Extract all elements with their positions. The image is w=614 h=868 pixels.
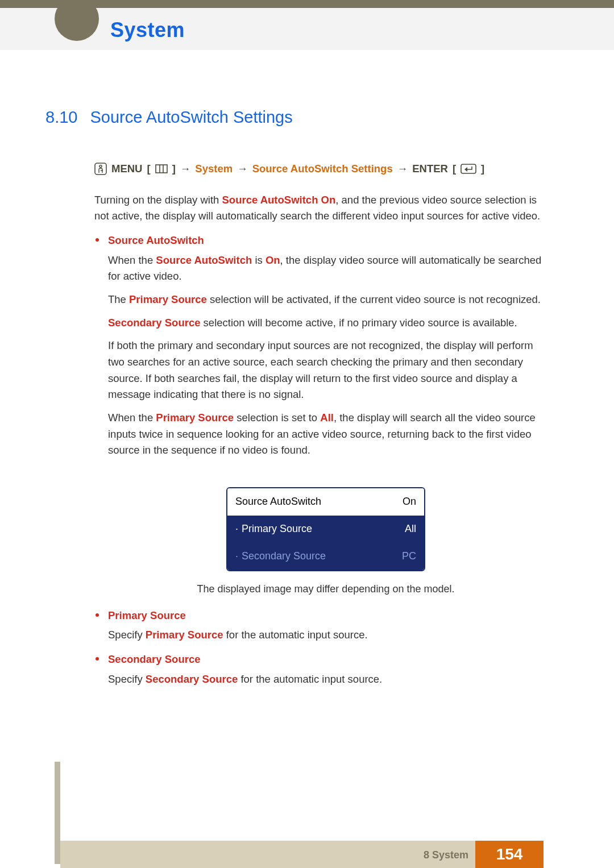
osd-label: ·Primary Source [235, 521, 312, 537]
text: When the [108, 254, 156, 266]
bracket-open: [ [453, 161, 456, 177]
osd-value: PC [402, 549, 416, 564]
enter-label: ENTER [412, 161, 448, 177]
chapter-title: System [110, 18, 185, 42]
page-number: 154 [475, 841, 544, 868]
text: selection will be activated, if the curr… [207, 293, 541, 305]
item-title-primary-source: Primary Source [108, 608, 544, 624]
osd-figure: Source AutoSwitch On ·Primary Source All… [108, 487, 544, 597]
osd-menu: Source AutoSwitch On ·Primary Source All… [226, 487, 425, 571]
arrow-icon: → [237, 161, 248, 177]
body: MENU [ ] → System → Source AutoSwitch Se… [94, 161, 544, 687]
paragraph: Specify Primary Source for the automatic… [108, 627, 544, 643]
list-item: Source AutoSwitch When the Source AutoSw… [94, 232, 544, 597]
bullet-list: Source AutoSwitch When the Source AutoSw… [94, 232, 544, 687]
osd-caption: The displayed image may differ depending… [197, 582, 455, 597]
svg-rect-2 [156, 165, 167, 173]
item-title-secondary-source: Secondary Source [108, 651, 544, 668]
intro-paragraph: Turning on the display with Source AutoS… [94, 192, 544, 225]
menu-icon [155, 164, 168, 173]
text-bold: On [265, 254, 280, 266]
svg-rect-5 [461, 164, 476, 173]
text: for the automatic input source. [223, 629, 368, 641]
osd-value: All [405, 521, 416, 537]
footer-bar [60, 841, 475, 868]
text-bold: Primary Source [129, 293, 207, 305]
text: selection is set to [234, 412, 320, 423]
list-item: Secondary Source Specify Secondary Sourc… [94, 651, 544, 687]
bracket-close: ] [172, 161, 176, 177]
osd-label-text: Primary Source [242, 523, 312, 534]
text: The [108, 293, 129, 305]
path-system: System [195, 161, 233, 177]
osd-label: ·Secondary Source [235, 549, 326, 564]
text-bold: Primary Source [146, 629, 223, 641]
section-title: Source AutoSwitch Settings [90, 108, 292, 127]
paragraph: Secondary Source selection will become a… [108, 315, 544, 331]
enter-icon [460, 164, 476, 174]
osd-label: Source AutoSwitch [235, 494, 321, 510]
paragraph: When the Primary Source selection is set… [108, 410, 544, 459]
side-accent [55, 762, 60, 864]
osd-row-secondary-source: ·Secondary Source PC [227, 543, 424, 570]
item-title-source-autoswitch: Source AutoSwitch [108, 232, 544, 249]
menu-label: MENU [111, 161, 142, 177]
path-source-autoswitch: Source AutoSwitch Settings [252, 161, 393, 177]
osd-row-source-autoswitch: Source AutoSwitch On [227, 488, 424, 516]
text: Turning on the display with [94, 194, 222, 206]
content: 8.10 Source AutoSwitch Settings MENU [ [45, 108, 546, 695]
arrow-icon: → [180, 161, 191, 177]
footer-chapter: 8 System [424, 849, 468, 861]
section-heading: 8.10 Source AutoSwitch Settings [45, 108, 546, 127]
list-item: Primary Source Specify Primary Source fo… [94, 608, 544, 643]
svg-point-1 [99, 165, 102, 168]
page: System 8.10 Source AutoSwitch Settings M… [0, 0, 614, 868]
text: Specify [108, 673, 146, 685]
text: When the [108, 412, 156, 423]
text-bold: Primary Source [156, 412, 234, 423]
osd-icon [94, 163, 107, 175]
section-number: 8.10 [45, 108, 77, 127]
osd-label-text: Secondary Source [242, 550, 326, 562]
paragraph: The Primary Source selection will be act… [108, 292, 544, 308]
paragraph: If both the primary and secondary input … [108, 338, 544, 403]
arrow-icon: → [397, 161, 408, 177]
bracket-open: [ [147, 161, 150, 177]
text-bold: Secondary Source [108, 317, 200, 329]
text: selection will become active, if no prim… [200, 317, 517, 329]
osd-row-primary-source: ·Primary Source All [227, 516, 424, 543]
text-bold: Secondary Source [146, 673, 238, 685]
paragraph: Specify Secondary Source for the automat… [108, 671, 544, 688]
paragraph: When the Source AutoSwitch is On, the di… [108, 252, 544, 285]
text-bold: All [320, 412, 334, 423]
text: is [252, 254, 265, 266]
text: Specify [108, 629, 146, 641]
text-bold: Source AutoSwitch On [222, 194, 336, 206]
text: for the automatic input source. [238, 673, 382, 685]
menu-path: MENU [ ] → System → Source AutoSwitch Se… [94, 161, 544, 177]
page-number-text: 154 [496, 845, 523, 863]
osd-value: On [403, 494, 416, 510]
bracket-close: ] [481, 161, 484, 177]
text-bold: Source AutoSwitch [156, 254, 252, 266]
